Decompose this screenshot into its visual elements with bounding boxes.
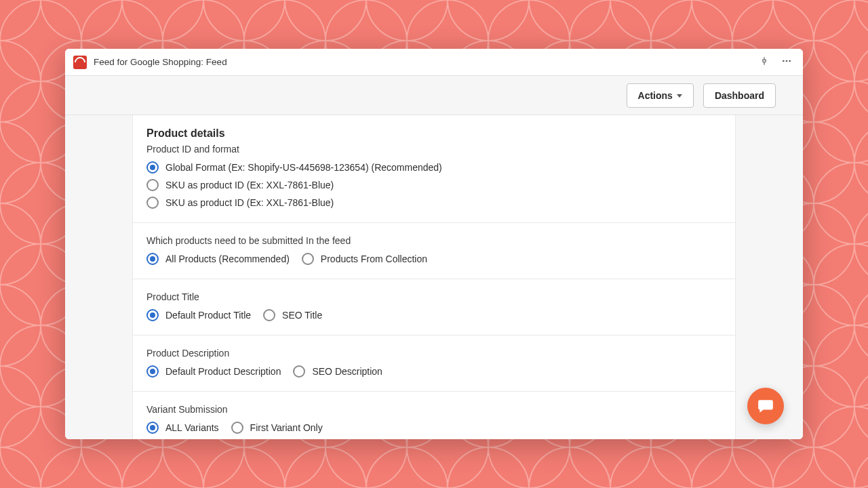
actions-button[interactable]: Actions (627, 83, 694, 108)
section-which-products: Which products need to be submitted In t… (133, 223, 735, 279)
radio-icon (302, 253, 314, 265)
product-id-label: Product ID and format (146, 144, 722, 155)
app-title: Feed for Google Shopping: Feed (94, 57, 750, 67)
radio-icon (146, 161, 159, 174)
radio-from-collection[interactable]: Products From Collection (302, 253, 427, 265)
actions-button-label: Actions (638, 90, 673, 101)
radio-label: Default Product Title (165, 310, 251, 321)
product-description-radio-group: Default Product Description SEO Descript… (146, 365, 722, 378)
radio-default-description[interactable]: Default Product Description (146, 365, 281, 378)
product-description-label: Product Description (146, 348, 722, 359)
radio-label: SEO Description (312, 366, 382, 377)
product-details-heading: Product details (146, 127, 722, 140)
radio-icon (146, 179, 159, 191)
radio-label: ALL Variants (165, 422, 219, 433)
radio-all-products[interactable]: All Products (Recommended) (146, 253, 290, 265)
which-products-radio-group: All Products (Recommended) Products From… (146, 253, 722, 265)
radio-first-variant[interactable]: First Variant Only (231, 422, 323, 434)
radio-seo-title[interactable]: SEO Title (263, 309, 322, 321)
settings-card: Product details Product ID and format Gl… (132, 115, 736, 439)
radio-icon (231, 422, 243, 434)
app-window: Feed for Google Shopping: Feed Actions D… (65, 49, 803, 439)
dashboard-button[interactable]: Dashboard (703, 83, 776, 108)
pin-icon[interactable] (757, 54, 772, 71)
radio-label: Global Format (Ex: Shopify-US-445698-123… (165, 162, 442, 173)
radio-sku-2[interactable]: SKU as product ID (Ex: XXL-7861-Blue) (146, 197, 722, 209)
content-area: Product details Product ID and format Gl… (65, 115, 803, 439)
action-bar: Actions Dashboard (65, 76, 803, 115)
radio-icon (146, 253, 159, 265)
section-variant-submission: Variant Submission ALL Variants First Va… (133, 392, 735, 439)
radio-label: SKU as product ID (Ex: XXL-7861-Blue) (165, 197, 334, 208)
svg-point-8 (789, 60, 791, 62)
radio-icon (146, 422, 159, 434)
radio-icon (293, 365, 305, 378)
product-title-label: Product Title (146, 291, 722, 302)
radio-label: Products From Collection (321, 253, 427, 264)
radio-all-variants[interactable]: ALL Variants (146, 422, 219, 434)
page-background: Feed for Google Shopping: Feed Actions D… (0, 0, 868, 488)
which-products-label: Which products need to be submitted In t… (146, 235, 722, 246)
radio-seo-description[interactable]: SEO Description (293, 365, 382, 378)
section-product-id: Product details Product ID and format Gl… (133, 115, 735, 223)
app-logo-icon (73, 56, 87, 69)
radio-label: SEO Title (282, 310, 322, 321)
radio-sku-1[interactable]: SKU as product ID (Ex: XXL-7861-Blue) (146, 179, 722, 191)
radio-label: First Variant Only (250, 422, 323, 433)
chat-icon (757, 397, 774, 415)
svg-point-7 (786, 60, 788, 62)
product-title-radio-group: Default Product Title SEO Title (146, 309, 722, 321)
radio-label: SKU as product ID (Ex: XXL-7861-Blue) (165, 180, 334, 190)
section-product-description: Product Description Default Product Desc… (133, 336, 735, 392)
radio-icon (146, 365, 159, 378)
radio-label: Default Product Description (165, 366, 281, 377)
product-id-radio-group: Global Format (Ex: Shopify-US-445698-123… (146, 161, 722, 209)
radio-icon (146, 309, 159, 321)
chevron-down-icon (677, 94, 682, 98)
section-product-title: Product Title Default Product Title SEO … (133, 279, 735, 336)
more-icon[interactable] (778, 53, 795, 72)
radio-label: All Products (Recommended) (165, 253, 290, 264)
svg-point-6 (783, 60, 785, 62)
radio-default-title[interactable]: Default Product Title (146, 309, 251, 321)
radio-icon (263, 309, 275, 321)
chat-button[interactable] (747, 388, 784, 424)
variant-submission-radio-group: ALL Variants First Variant Only (146, 422, 722, 434)
variant-submission-label: Variant Submission (146, 404, 722, 415)
radio-icon (146, 197, 159, 209)
titlebar: Feed for Google Shopping: Feed (65, 49, 803, 76)
dashboard-button-label: Dashboard (715, 90, 764, 101)
radio-global-format[interactable]: Global Format (Ex: Shopify-US-445698-123… (146, 161, 722, 174)
